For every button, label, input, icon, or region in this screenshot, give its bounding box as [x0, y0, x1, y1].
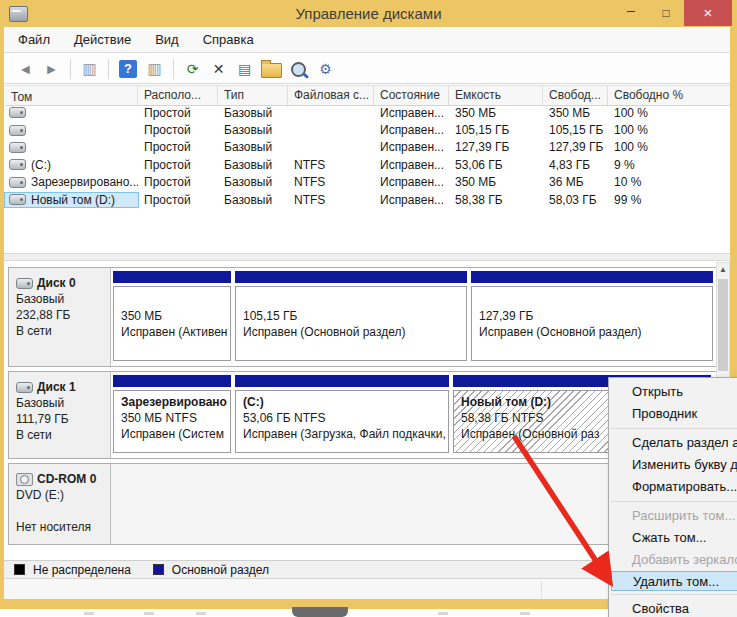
column-header-free[interactable]: Свобод... [543, 86, 608, 105]
window-border-left [0, 27, 4, 609]
partition-name: Зарезервировано [121, 394, 223, 410]
partition-color-bar [471, 271, 713, 283]
partition-c-graph[interactable]: (C:) 53,06 ГБ NTFS Исправен (Загрузка, Ф… [235, 375, 449, 453]
volume-icon [9, 107, 26, 118]
menu-item-shrink-volume[interactable]: Сжать том... [609, 527, 737, 549]
cell-free: 36 МБ [543, 175, 608, 189]
cell-free: 58,03 ГБ [543, 193, 608, 207]
menu-item-mark-active[interactable]: Сделать раздел акти [609, 432, 737, 454]
menu-view[interactable]: Вид [155, 32, 179, 47]
cell-free-pct: 10 % [608, 175, 731, 189]
settings-icon[interactable]: ⚙ [314, 58, 337, 80]
disk-state: В сети [16, 323, 110, 339]
back-icon[interactable]: ◄ [14, 58, 37, 80]
maximize-button[interactable]: □ [650, 0, 682, 26]
disk-1-label[interactable]: Диск 1 Базовый 111,79 ГБ В сети [9, 372, 111, 458]
cell-type: Базовый [218, 175, 288, 189]
delete-icon[interactable]: ✕ [207, 58, 230, 80]
table-row[interactable]: Простой Базовый Исправен... 127,39 ГБ 12… [5, 139, 731, 156]
minimize-button[interactable]: – [615, 0, 647, 26]
refresh-icon[interactable]: ⟳ [181, 58, 204, 80]
cell-status: Исправен... [374, 193, 449, 207]
menu-action[interactable]: Действие [74, 32, 131, 47]
table-row[interactable]: (C:) Простой Базовый NTFS Исправен... 53… [5, 156, 731, 173]
partition-status: Исправен (Основной раздел) [479, 324, 705, 340]
disk-name: Диск 0 [37, 275, 76, 291]
disk-0-label[interactable]: Диск 0 Базовый 232,88 ГБ В сети [9, 268, 111, 366]
partition-size: 53,06 ГБ NTFS [243, 410, 441, 426]
open-folder-icon[interactable] [261, 63, 282, 78]
cell-type: Базовый [218, 123, 288, 137]
partition-system-reserved-graph[interactable]: 350 МБ Исправен (Активен [113, 271, 231, 361]
cell-free: 105,15 ГБ [543, 123, 608, 137]
context-menu: Открыть Проводник Сделать раздел акти Из… [608, 377, 737, 617]
toolbar: ◄ ► ▥ ? ▥ ⟳ ✕ ▤ ⚙ [4, 54, 730, 84]
disk-icon [16, 382, 33, 393]
disk-type: Базовый [16, 291, 110, 307]
cdrom-name: CD-ROM 0 [37, 471, 96, 487]
table-row-selected[interactable]: Новый том (D:) Простой Базовый NTFS Испр… [5, 191, 731, 208]
disk-size: 232,88 ГБ [16, 307, 110, 323]
cell-type: Базовый [218, 140, 288, 154]
disk-name: Диск 1 [37, 379, 76, 395]
table-row[interactable]: Простой Базовый Исправен... 105,15 ГБ 10… [5, 121, 731, 138]
search-icon[interactable] [291, 62, 306, 77]
column-header-capacity[interactable]: Емкость [449, 86, 543, 105]
partition-graph[interactable]: 105,15 ГБ Исправен (Основной раздел) [235, 271, 467, 361]
cell-free-pct: 9 % [608, 158, 731, 172]
column-header-status[interactable]: Состояние [374, 86, 449, 105]
cell-capacity: 127,39 ГБ [449, 140, 543, 154]
disk-row-0: Диск 0 Базовый 232,88 ГБ В сети 350 МБ И… [8, 267, 717, 367]
cell-capacity: 53,06 ГБ [449, 158, 543, 172]
disk-type: Базовый [16, 395, 110, 411]
scrollbar-thumb[interactable] [718, 279, 728, 371]
cell-status: Исправен... [374, 106, 449, 120]
scroll-up-icon[interactable]: ▲ [717, 263, 729, 277]
column-header-layout[interactable]: Располо... [138, 86, 218, 105]
column-header-type[interactable]: Тип [218, 86, 288, 105]
cell-layout: Простой [138, 123, 218, 137]
menu-item-change-letter[interactable]: Изменить букву дис [609, 454, 737, 476]
column-header-free-pct[interactable]: Свободно % [608, 86, 731, 105]
cell-fs: NTFS [288, 158, 374, 172]
cell-layout: Простой [138, 193, 218, 207]
partition-status: Исправен (Основной раздел) [243, 324, 459, 340]
menu-item-open[interactable]: Открыть [609, 381, 737, 403]
menu-item-format[interactable]: Форматировать... [609, 476, 737, 498]
menu-help[interactable]: Справка [203, 32, 254, 47]
cell-status: Исправен... [374, 140, 449, 154]
menu-item-properties[interactable]: Свойства [609, 598, 737, 617]
partition-color-bar [235, 375, 449, 387]
menu-separator [611, 594, 737, 595]
table-row[interactable]: Простой Базовый Исправен... 350 МБ 350 М… [5, 104, 731, 121]
forward-icon[interactable]: ► [40, 58, 63, 80]
close-button[interactable]: × [684, 0, 732, 26]
menu-item-explorer[interactable]: Проводник [609, 403, 737, 425]
toolbar-separator [108, 59, 109, 79]
cdrom-icon [16, 473, 33, 486]
column-header-fs[interactable]: Файловая с... [288, 86, 374, 105]
help-icon[interactable]: ? [119, 60, 137, 78]
menu-separator [611, 501, 737, 502]
volume-icon [9, 177, 26, 188]
volume-icon [9, 142, 26, 153]
partition-reserved-graph[interactable]: Зарезервировано 350 МБ NTFS Исправен (Си… [113, 375, 231, 453]
console-tree-icon[interactable]: ▥ [78, 58, 101, 80]
cell-free-pct: 100 % [608, 106, 731, 120]
cell-status: Исправен... [374, 158, 449, 172]
disk-properties-icon[interactable]: ▤ [233, 58, 256, 80]
action-pane-icon[interactable]: ▥ [143, 58, 166, 80]
table-row[interactable]: Зарезервировано... Простой Базовый NTFS … [5, 174, 731, 191]
menu-file[interactable]: Файл [18, 32, 50, 47]
partition-size: 127,39 ГБ [479, 308, 705, 324]
cell-status: Исправен... [374, 123, 449, 137]
cdrom-media-status: Нет носителя [16, 519, 110, 535]
volume-icon [9, 125, 26, 136]
partition-color-bar [113, 375, 231, 387]
cdrom-label[interactable]: CD-ROM 0 DVD (E:) Нет носителя [9, 464, 111, 544]
splitter[interactable] [4, 253, 730, 261]
menu-item-delete-volume[interactable]: Удалить том... [611, 571, 737, 591]
partition-status: Исправен (Загрузка, Файл подкачки, [243, 426, 441, 442]
column-header-volume[interactable]: Том [5, 86, 138, 105]
partition-graph[interactable]: 127,39 ГБ Исправен (Основной раздел) [471, 271, 713, 361]
